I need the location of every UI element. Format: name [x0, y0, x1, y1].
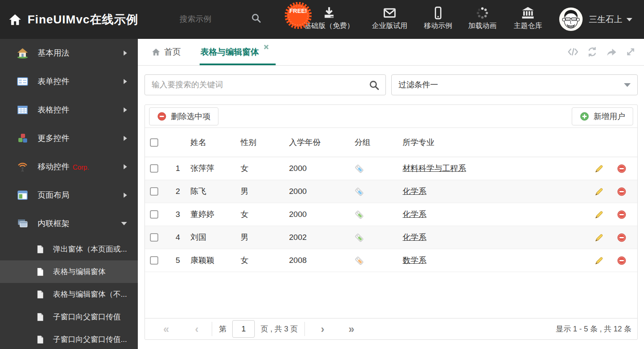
cell-name: 张萍萍 — [180, 163, 241, 174]
row-checkbox[interactable] — [150, 164, 158, 173]
table-body: 1 张萍萍 女 2000 材料科学与工程系 — [145, 157, 637, 272]
home-icon — [8, 13, 22, 26]
keyword-search-input[interactable] — [145, 80, 368, 89]
open-new-window-icon[interactable] — [606, 46, 617, 58]
close-icon[interactable] — [263, 44, 269, 50]
username: 三生石上 — [589, 14, 622, 25]
major-link[interactable]: 化学系 — [403, 210, 426, 219]
tag-icon — [355, 256, 364, 265]
edit-icon[interactable] — [594, 256, 604, 265]
row-checkbox[interactable] — [150, 256, 158, 265]
cell-name: 陈飞 — [180, 186, 241, 197]
sidebar-subitem-child-to-parent[interactable]: 子窗口向父窗口传值 — [0, 306, 138, 328]
app-title: FineUIMvc在线示例 — [28, 12, 138, 28]
chevron-right-icon — [124, 136, 127, 141]
edit-icon[interactable] — [594, 164, 604, 173]
sidebar-subitem-grid-edit-window[interactable]: 表格与编辑窗体 — [0, 260, 138, 283]
tag-icon — [355, 187, 364, 196]
edit-icon[interactable] — [594, 187, 604, 196]
major-link[interactable]: 数学系 — [403, 256, 426, 265]
search-icon[interactable] — [368, 79, 380, 91]
search-icon[interactable] — [251, 13, 261, 23]
delete-icon[interactable] — [617, 187, 626, 196]
frames-icon — [17, 218, 28, 229]
cell-gender: 女 — [241, 209, 289, 220]
sidebar-item-basic-usage[interactable]: 基本用法 — [0, 39, 138, 67]
filter-selected-value: 过滤条件一 — [392, 79, 624, 90]
layout-icon — [17, 189, 28, 201]
table-row: 2 陈飞 男 2000 化学系 — [145, 180, 637, 203]
edit-icon[interactable] — [594, 210, 604, 219]
column-header-name[interactable]: 姓名 — [180, 137, 241, 148]
column-header-gender[interactable]: 性别 — [241, 137, 289, 148]
nav-item-loading-animation[interactable]: 加载动画 — [461, 0, 503, 39]
sidebar-item-more-controls[interactable]: 更多控件 — [0, 124, 138, 153]
delete-icon[interactable] — [617, 233, 626, 242]
nav-label: 企业版试用 — [365, 21, 415, 31]
form-icon — [17, 76, 28, 87]
cell-row-number: 2 — [163, 187, 180, 196]
select-all-checkbox[interactable] — [150, 138, 158, 147]
chevron-down-icon — [121, 222, 127, 225]
delete-icon[interactable] — [617, 256, 626, 265]
column-header-year[interactable]: 入学年份 — [289, 137, 354, 148]
cell-year: 2002 — [289, 233, 354, 242]
row-checkbox[interactable] — [150, 187, 158, 196]
column-header-major[interactable]: 所学专业 — [403, 137, 588, 148]
nav-item-theme-store[interactable]: 主题仓库 — [507, 0, 549, 39]
expand-icon[interactable] — [625, 46, 636, 58]
keyword-search-box — [145, 74, 386, 95]
cell-name: 董婷婷 — [180, 209, 241, 220]
tab-home[interactable]: 首页 — [152, 39, 181, 65]
cell-name: 刘国 — [180, 232, 241, 243]
cell-gender: 男 — [241, 232, 289, 243]
sidebar-subitem-grid-edit-window-2[interactable]: 表格与编辑窗体（不... — [0, 283, 138, 306]
brand[interactable]: FineUIMvc在线示例 — [8, 0, 138, 39]
cell-row-number: 5 — [163, 256, 180, 265]
edit-icon[interactable] — [594, 233, 604, 242]
delete-selected-button[interactable]: 删除选中项 — [149, 107, 218, 125]
sidebar-item-grid-controls[interactable]: 表格控件 — [0, 96, 138, 124]
page-number-input[interactable] — [232, 320, 255, 338]
tab-grid-edit-window[interactable]: 表格与编辑窗体 — [200, 39, 259, 65]
record-count-summary: 显示 1 - 5 条 , 共 12 条 — [556, 324, 631, 334]
next-page-button[interactable]: › — [321, 324, 324, 334]
cell-year: 2000 — [289, 187, 354, 196]
table-row: 1 张萍萍 女 2000 材料科学与工程系 — [145, 157, 637, 180]
prev-page-button[interactable]: ‹ — [195, 324, 198, 334]
sidebar-item-page-layout[interactable]: 页面布局 — [0, 181, 138, 209]
source-code-icon[interactable] — [567, 46, 579, 58]
major-link[interactable]: 化学系 — [403, 187, 426, 196]
first-page-button[interactable]: « — [163, 324, 169, 334]
sidebar-item-mobile-controls[interactable]: 移动控件 Corp. — [0, 153, 138, 181]
cell-year: 2008 — [289, 256, 354, 265]
chevron-right-icon — [124, 51, 127, 56]
header-search-input[interactable] — [180, 12, 246, 27]
refresh-icon[interactable] — [586, 46, 598, 58]
sidebar-subitem-child-to-parent-2[interactable]: 子窗口向父窗口传值... — [0, 328, 138, 349]
tag-icon — [355, 233, 364, 242]
sidebar-item-inline-frame[interactable]: 内联框架 — [0, 209, 138, 238]
nav-item-enterprise-trial[interactable]: 企业版试用 — [365, 0, 415, 39]
delete-icon[interactable] — [617, 210, 626, 219]
major-link[interactable]: 材料科学与工程系 — [403, 164, 466, 173]
sidebar-item-form-controls[interactable]: 表单控件 — [0, 67, 138, 96]
delete-icon[interactable] — [617, 164, 626, 173]
bank-icon — [521, 6, 535, 20]
chevron-right-icon — [124, 107, 127, 112]
nav-label: 移动示例 — [417, 21, 459, 31]
row-checkbox[interactable] — [150, 210, 158, 219]
add-user-button[interactable]: 新增用户 — [572, 107, 633, 125]
last-page-button[interactable]: » — [349, 324, 355, 334]
avatar[interactable] — [559, 7, 583, 31]
user-menu[interactable]: 三生石上 — [589, 0, 632, 39]
nav-item-mobile-demo[interactable]: 移动示例 — [417, 0, 459, 39]
row-checkbox[interactable] — [150, 233, 158, 242]
nav-label: 主题仓库 — [507, 21, 549, 31]
major-link[interactable]: 化学系 — [403, 233, 426, 242]
page-label-suffix: 页 , 共 3 页 — [261, 324, 298, 334]
table-row: 3 董婷婷 女 2000 化学系 — [145, 203, 637, 226]
column-header-group[interactable]: 分组 — [354, 137, 403, 148]
filter-select[interactable]: 过滤条件一 — [391, 74, 638, 95]
sidebar-subitem-popup-window[interactable]: 弹出窗体（本页面或... — [0, 238, 138, 260]
